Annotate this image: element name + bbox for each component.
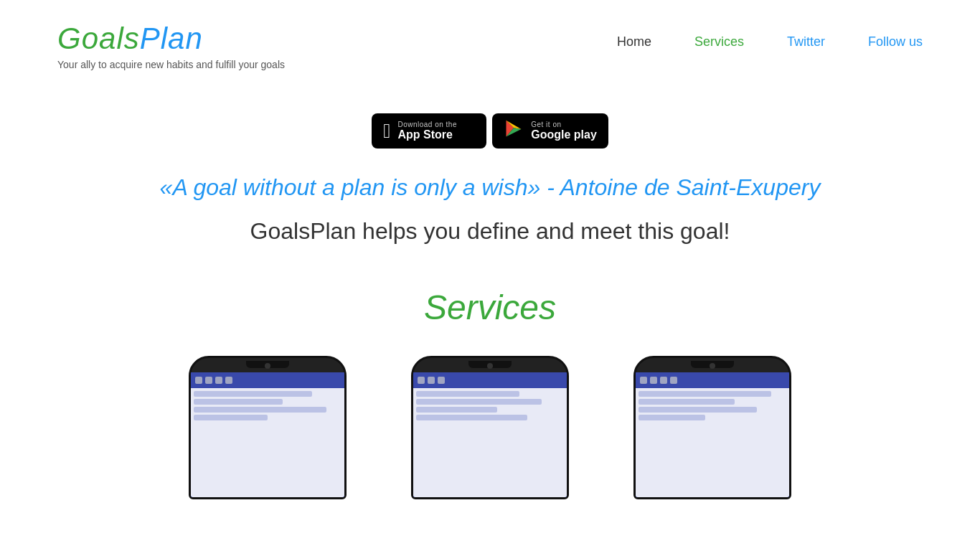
phone-shell-2 [411,356,569,499]
app-store-button[interactable]:  Download on the App Store [372,113,486,149]
logo-tagline: Your ally to acquire new habits and fulf… [57,59,285,70]
phone-shell-1 [189,356,347,499]
apple-icon:  [383,121,390,141]
services-title: Services [424,288,556,327]
screen-bar-1 [191,372,344,388]
phone-screen-2 [413,372,567,497]
phone-shell-3 [633,356,791,499]
phone-screen-3 [636,372,789,497]
phone-mockup-1 [178,356,357,499]
google-play-name: Google play [531,128,597,141]
google-play-icon [504,119,524,143]
services-section: Services [57,288,923,499]
screen-content-3 [636,388,789,497]
phone-camera-1 [265,363,270,369]
phone-camera-3 [710,363,715,369]
nav-twitter[interactable]: Twitter [787,34,825,50]
logo-goals: Goals [57,22,140,55]
screen-bar-2 [413,372,567,388]
logo-block: GoalsPlan Your ally to acquire new habit… [57,22,285,70]
nav-home[interactable]: Home [617,34,651,50]
google-play-button[interactable]: Get it on Google play [492,113,608,149]
site-header: GoalsPlan Your ally to acquire new habit… [0,0,980,85]
logo: GoalsPlan [57,22,285,56]
screen-content-1 [191,388,344,497]
main-content:  Download on the App Store Get it on Go… [0,85,980,499]
phone-mockup-2 [400,356,580,499]
hero-tagline: GoalsPlan helps you define and meet this… [250,218,730,245]
hero-quote: «A goal without a plan is only a wish» -… [160,174,821,201]
phone-screen-1 [191,372,344,497]
screen-bar-3 [636,372,789,388]
main-nav: Home Services Twitter Follow us [617,34,923,50]
app-store-name: App Store [397,128,457,141]
screen-content-2 [413,388,567,497]
store-buttons:  Download on the App Store Get it on Go… [372,113,608,149]
phone-mockup-3 [623,356,802,499]
phone-camera-2 [487,363,493,369]
nav-services[interactable]: Services [694,34,744,50]
google-play-sub: Get it on [531,121,597,128]
logo-plan: Plan [140,22,203,55]
phones-row [57,356,923,499]
app-store-sub: Download on the [397,121,457,128]
nav-follow-us[interactable]: Follow us [868,34,923,50]
